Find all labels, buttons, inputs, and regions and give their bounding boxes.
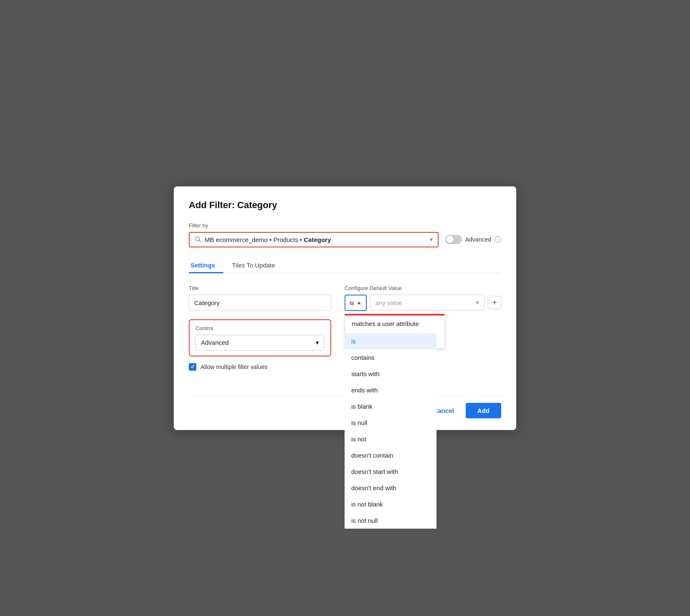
tab-settings[interactable]: Settings — [189, 257, 223, 273]
control-select-value: Advanced — [201, 339, 229, 346]
svg-line-1 — [199, 241, 201, 242]
right-column: Configure Default Value is ▲ any value ▾… — [345, 285, 501, 311]
advanced-toggle-label: Advanced — [465, 236, 491, 243]
dialog-title: Add Filter: Category — [189, 200, 501, 211]
control-dropdown-arrow-icon: ▾ — [316, 339, 319, 346]
dropdown-item-matches-user-attr[interactable]: matches a user attribute — [345, 316, 444, 332]
value-placeholder: any value — [375, 299, 402, 306]
operator-value: is — [350, 299, 354, 306]
dropdown-item-is-not-blank[interactable]: is not blank — [345, 496, 436, 512]
dropdown-item-starts-with[interactable]: starts with — [345, 366, 436, 382]
configure-row: is ▲ any value ▾ + is contains starts wi… — [345, 295, 501, 311]
control-select[interactable]: Advanced ▾ — [195, 335, 325, 351]
settings-row: Title Control Advanced ▾ ✓ Allow multipl… — [189, 285, 501, 371]
operator-dropdown: is contains starts with ends with is bla… — [345, 314, 445, 349]
filter-row: MB ecommerce_demo • Products • Category … — [189, 232, 501, 247]
filter-dropdown-arrow-icon: ▾ — [430, 236, 433, 243]
title-input[interactable] — [189, 295, 331, 311]
left-column: Title Control Advanced ▾ ✓ Allow multipl… — [189, 285, 331, 371]
configure-label: Configure Default Value — [345, 285, 501, 291]
advanced-info-icon[interactable]: i — [495, 236, 501, 243]
dropdown-item-doesnt-end-with[interactable]: doesn't end with — [345, 480, 436, 496]
add-filter-dialog: Add Filter: Category Filter by MB ecomme… — [174, 186, 516, 430]
checkbox-row: ✓ Allow multiple filter values — [189, 363, 331, 371]
dropdown-item-ends-with[interactable]: ends with — [345, 382, 436, 398]
filter-select-text: MB ecommerce_demo • Products • Category — [205, 236, 426, 243]
dropdown-item-is-not[interactable]: is not — [345, 431, 436, 447]
dropdown-item-doesnt-contain[interactable]: doesn't contain — [345, 447, 436, 463]
operator-select[interactable]: is ▲ — [345, 295, 367, 311]
dropdown-item-is-blank[interactable]: is blank — [345, 398, 436, 415]
operator-arrow-icon: ▲ — [357, 300, 362, 305]
control-label: Control — [195, 325, 325, 331]
advanced-toggle: Advanced i — [445, 235, 501, 244]
dropdown-items-outlined: is contains starts with ends with is bla… — [345, 333, 436, 529]
filter-by-label: Filter by — [189, 222, 501, 229]
tabs: Settings Tiles To Update — [189, 257, 501, 273]
control-box: Control Advanced ▾ — [189, 319, 331, 356]
checkbox-check-icon: ✓ — [190, 364, 195, 370]
allow-multiple-checkbox[interactable]: ✓ — [189, 363, 196, 371]
add-value-button[interactable]: + — [488, 296, 501, 309]
dropdown-item-is-null[interactable]: is null — [345, 415, 436, 431]
dropdown-item-contains[interactable]: contains — [345, 349, 436, 366]
search-icon — [195, 236, 201, 243]
value-dropdown-arrow-icon: ▾ — [476, 299, 479, 306]
value-select[interactable]: any value ▾ — [370, 295, 485, 311]
tab-tiles-to-update[interactable]: Tiles To Update — [230, 257, 283, 273]
dropdown-item-is[interactable]: is — [345, 333, 436, 349]
checkbox-label: Allow multiple filter values — [200, 364, 267, 370]
title-label: Title — [189, 285, 331, 291]
advanced-toggle-switch[interactable] — [445, 235, 462, 244]
dropdown-item-is-not-null[interactable]: is not null — [345, 512, 436, 529]
add-button[interactable]: Add — [466, 403, 501, 418]
dropdown-item-doesnt-start-with[interactable]: doesn't start with — [345, 463, 436, 480]
filter-select[interactable]: MB ecommerce_demo • Products • Category … — [189, 232, 439, 247]
